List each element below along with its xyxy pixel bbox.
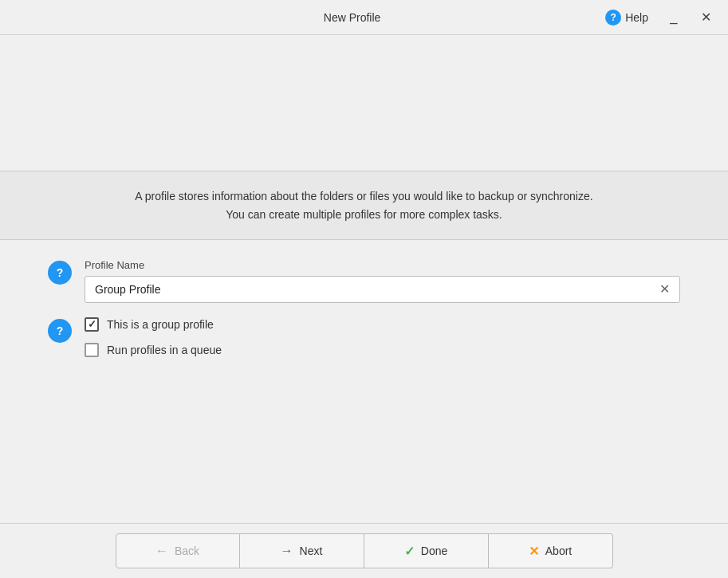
done-check-icon: ✓ <box>404 544 415 559</box>
clear-input-button[interactable]: ✕ <box>656 280 673 298</box>
window-title: New Profile <box>105 11 599 24</box>
footer: ← Back → Next ✓ Done ✕ Abort <box>0 523 728 578</box>
abort-cross-icon: ✕ <box>529 544 539 559</box>
group-profile-checkbox-label: This is a group profile <box>107 318 214 331</box>
abort-button[interactable]: ✕ Abort <box>489 533 613 568</box>
profile-name-help-icon[interactable]: ? <box>48 261 72 285</box>
close-icon: ✕ <box>701 10 711 25</box>
abort-label: Abort <box>545 545 572 557</box>
info-line1: A profile stores information about the f… <box>64 187 664 205</box>
next-label: Next <box>300 545 323 557</box>
profile-name-input[interactable] <box>92 277 656 302</box>
group-profile-checkbox-row[interactable]: This is a group profile <box>85 317 222 332</box>
close-button[interactable]: ✕ <box>693 5 718 30</box>
profile-name-field-group: Profile Name ✕ <box>85 259 680 303</box>
next-button[interactable]: → Next <box>240 533 364 568</box>
profile-name-input-wrapper: ✕ <box>85 276 680 303</box>
checkboxes-group: This is a group profile Run profiles in … <box>85 317 222 357</box>
minimize-button[interactable]: ⎯ <box>661 5 687 30</box>
info-line2: You can create multiple profiles for mor… <box>64 206 664 223</box>
main-content: A profile stores information about the f… <box>0 35 728 523</box>
queue-checkbox[interactable] <box>85 343 99 357</box>
queue-checkbox-row[interactable]: Run profiles in a queue <box>85 343 222 357</box>
profile-name-label: Profile Name <box>85 259 680 271</box>
profile-name-row: ? Profile Name ✕ <box>48 259 680 303</box>
info-banner: A profile stores information about the f… <box>0 171 728 240</box>
back-arrow-icon: ← <box>155 544 168 558</box>
checkboxes-row: ? This is a group profile Run profiles i… <box>48 317 680 357</box>
done-button[interactable]: ✓ Done <box>364 533 489 568</box>
back-button[interactable]: ← Back <box>116 533 240 568</box>
top-spacer <box>0 35 728 171</box>
back-label: Back <box>175 545 199 557</box>
help-button[interactable]: ? Help <box>599 6 655 29</box>
form-area: ? Profile Name ✕ ? This is a group profi… <box>0 240 728 387</box>
minimize-icon: ⎯ <box>670 10 678 25</box>
title-bar-controls: ? Help ⎯ ✕ <box>599 5 718 30</box>
done-label: Done <box>421 545 447 557</box>
title-bar: New Profile ? Help ⎯ ✕ <box>0 0 728 35</box>
help-icon: ? <box>605 10 621 26</box>
queue-checkbox-label: Run profiles in a queue <box>107 344 222 356</box>
next-arrow-icon: → <box>281 544 293 558</box>
help-label: Help <box>625 11 648 24</box>
checkboxes-help-icon[interactable]: ? <box>48 319 72 343</box>
clear-icon: ✕ <box>659 281 670 297</box>
bottom-spacer <box>0 387 728 523</box>
group-profile-checkbox[interactable] <box>85 317 99 332</box>
